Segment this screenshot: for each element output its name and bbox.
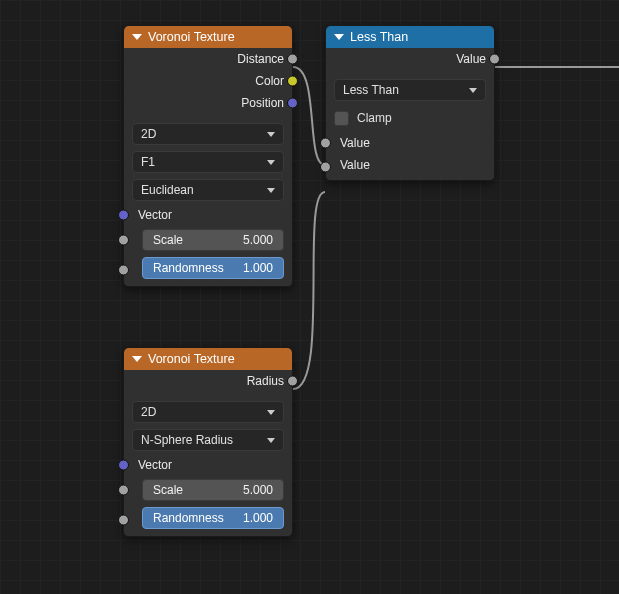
node-header[interactable]: Voronoi Texture (124, 26, 292, 48)
socket-radius-out[interactable] (287, 376, 298, 387)
input-randomness[interactable]: Randomness 1.000 (124, 254, 292, 286)
checkbox-clamp[interactable] (334, 111, 349, 126)
node-voronoi-texture-1[interactable]: Voronoi Texture Distance Color Position … (123, 25, 293, 287)
socket-vector-in[interactable] (118, 460, 129, 471)
input-value-a[interactable]: Value (326, 132, 494, 154)
select-feature[interactable]: F1 (132, 151, 284, 173)
socket-scale-in[interactable] (118, 485, 129, 496)
socket-randomness-in[interactable] (118, 265, 129, 276)
input-scale[interactable]: Scale 5.000 (124, 476, 292, 504)
output-value[interactable]: Value (326, 48, 494, 70)
input-vector[interactable]: Vector (124, 204, 292, 226)
output-radius[interactable]: Radius (124, 370, 292, 392)
chevron-down-icon (267, 160, 275, 165)
socket-value-out[interactable] (489, 54, 500, 65)
input-randomness[interactable]: Randomness 1.000 (124, 504, 292, 536)
field-scale[interactable]: Scale 5.000 (142, 229, 284, 251)
input-vector[interactable]: Vector (124, 454, 292, 476)
select-feature[interactable]: N-Sphere Radius (132, 429, 284, 451)
node-voronoi-texture-2[interactable]: Voronoi Texture Radius 2D N-Sphere Radiu… (123, 347, 293, 537)
chevron-down-icon (267, 132, 275, 137)
node-header[interactable]: Voronoi Texture (124, 348, 292, 370)
field-randomness[interactable]: Randomness 1.000 (142, 507, 284, 529)
node-less-than[interactable]: Less Than Value Less Than Clamp Value Va… (325, 25, 495, 181)
node-title: Less Than (350, 30, 408, 44)
output-position[interactable]: Position (124, 92, 292, 114)
socket-randomness-in[interactable] (118, 515, 129, 526)
input-value-b[interactable]: Value (326, 154, 494, 180)
socket-distance-out[interactable] (287, 54, 298, 65)
field-randomness[interactable]: Randomness 1.000 (142, 257, 284, 279)
select-dimensions[interactable]: 2D (132, 123, 284, 145)
node-title: Voronoi Texture (148, 30, 235, 44)
output-color[interactable]: Color (124, 70, 292, 92)
socket-value-b-in[interactable] (320, 162, 331, 173)
node-title: Voronoi Texture (148, 352, 235, 366)
socket-color-out[interactable] (287, 76, 298, 87)
chevron-down-icon (469, 88, 477, 93)
field-scale[interactable]: Scale 5.000 (142, 479, 284, 501)
socket-vector-in[interactable] (118, 210, 129, 221)
output-distance[interactable]: Distance (124, 48, 292, 70)
select-dimensions[interactable]: 2D (132, 401, 284, 423)
chevron-down-icon (267, 438, 275, 443)
select-metric[interactable]: Euclidean (132, 179, 284, 201)
socket-scale-in[interactable] (118, 235, 129, 246)
socket-position-out[interactable] (287, 98, 298, 109)
chevron-down-icon (267, 188, 275, 193)
socket-value-a-in[interactable] (320, 138, 331, 149)
collapse-icon[interactable] (334, 34, 344, 40)
clamp-row[interactable]: Clamp (326, 107, 494, 129)
select-operation[interactable]: Less Than (334, 79, 486, 101)
collapse-icon[interactable] (132, 34, 142, 40)
node-header[interactable]: Less Than (326, 26, 494, 48)
chevron-down-icon (267, 410, 275, 415)
input-scale[interactable]: Scale 5.000 (124, 226, 292, 254)
collapse-icon[interactable] (132, 356, 142, 362)
node-wires (0, 0, 619, 594)
